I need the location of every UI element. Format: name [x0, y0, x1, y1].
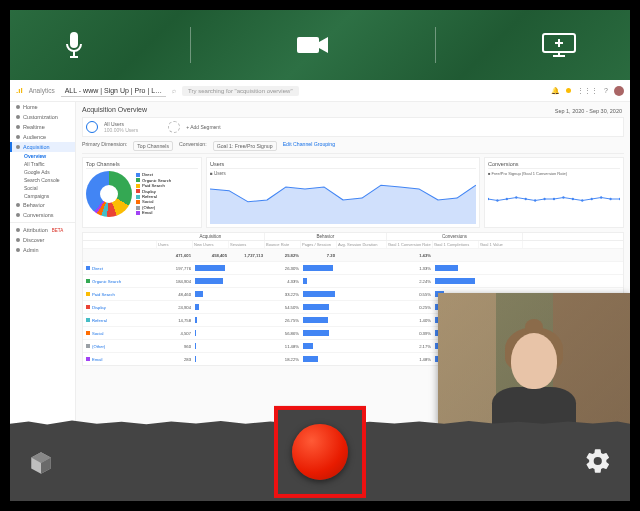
svg-point-21 [600, 196, 602, 198]
sidebar-item-acquisition[interactable]: Acquisition [10, 142, 75, 152]
top-channels-title: Top Channels [86, 161, 198, 169]
arrow-icon [16, 145, 20, 149]
svg-point-11 [506, 198, 508, 200]
conversion-select[interactable]: Goal 1: Free/Pro Signup [213, 141, 277, 151]
users-card: Users ■ Users [206, 157, 480, 228]
sidebar-item-customization[interactable]: Customization [10, 112, 75, 122]
add-segment-icon[interactable] [168, 121, 180, 133]
svg-point-23 [619, 198, 620, 200]
svg-point-12 [515, 196, 517, 198]
svg-point-13 [525, 198, 527, 200]
conv-chart [488, 176, 620, 224]
microphone-icon[interactable] [63, 30, 85, 60]
svg-point-17 [562, 196, 564, 198]
search-icon: ⌕ [172, 87, 176, 94]
apps-icon[interactable]: ⋮⋮⋮ [577, 87, 598, 95]
search-input[interactable]: Try searching for "acquisition overview" [182, 86, 298, 96]
channels-legend: DirectOrganic SearchPaid SearchDisplayRe… [136, 172, 171, 216]
settings-icon[interactable] [584, 447, 612, 479]
users-title: Users [210, 161, 476, 169]
sidebar-sub-search-console[interactable]: Search Console [10, 176, 75, 184]
sidebar-footer-attribution[interactable]: AttributionBETA [10, 225, 75, 235]
svg-rect-0 [70, 32, 78, 48]
sidebar-footer-discover[interactable]: Discover [10, 235, 75, 245]
svg-point-10 [496, 199, 498, 201]
video-camera-icon[interactable] [296, 34, 330, 56]
svg-point-22 [609, 198, 611, 200]
sidebar-sub-google-ads[interactable]: Google Ads [10, 168, 75, 176]
webcam-overlay[interactable] [438, 293, 630, 425]
top-channels-card: Top Channels DirectOrganic SearchPaid Se… [82, 157, 202, 228]
chart-icon [16, 203, 20, 207]
svg-point-20 [591, 198, 593, 200]
svg-point-18 [572, 198, 574, 200]
recorder-bar [10, 425, 630, 501]
divider [190, 27, 191, 63]
sidebar-item-conversions[interactable]: Conversions [10, 210, 75, 220]
svg-rect-3 [297, 37, 319, 53]
flag-icon [16, 213, 20, 217]
sidebar-sub-campaigns[interactable]: Campaigns [10, 192, 75, 200]
property-selector[interactable]: ALL - www | Sign Up | Pro | L… [61, 85, 166, 97]
users-chart [210, 176, 476, 224]
date-range[interactable]: Sep 1, 2020 - Sep 30, 2020 [555, 108, 622, 114]
add-segment[interactable]: + Add Segment [186, 124, 220, 130]
svg-point-15 [543, 198, 545, 200]
page-title: Acquisition Overview [82, 106, 624, 113]
record-button[interactable] [292, 424, 348, 480]
home-icon [16, 105, 20, 109]
sidebar-item-realtime[interactable]: Realtime [10, 122, 75, 132]
total-bounce: 25.82% [265, 253, 301, 258]
sidebar-sub-social[interactable]: Social [10, 184, 75, 192]
total-sessions: 1,727,113 [229, 253, 265, 258]
bell-icon[interactable]: 🔔 [551, 87, 560, 95]
svg-point-16 [553, 198, 555, 200]
col-group-conv: Conversions [387, 233, 523, 240]
ga-brand: Analytics [29, 87, 55, 94]
screen-share-icon[interactable] [541, 32, 577, 58]
mode-toolbar [10, 10, 630, 80]
table-row[interactable]: Organic Search184,9044.33%2.24% [83, 274, 623, 287]
svg-point-9 [488, 198, 489, 200]
app-logo-icon[interactable] [28, 450, 54, 476]
total-newusers: 458,405 [193, 253, 229, 258]
total-users: 471,601 [157, 253, 193, 258]
divider [435, 27, 436, 63]
svg-point-19 [581, 199, 583, 201]
primary-dim-label: Primary Dimension: [82, 141, 127, 151]
segment-all-icon[interactable] [86, 121, 98, 133]
ga-sidebar: HomeCustomizationRealtimeAudienceAcquisi… [10, 102, 76, 425]
help-icon[interactable]: ? [604, 87, 608, 94]
conversions-card: Conversions ■ Free/Pro Signup (Goal 1 Co… [484, 157, 624, 228]
primary-dim[interactable]: Top Channels [133, 141, 173, 151]
sidebar-sub-all-traffic[interactable]: All Traffic [10, 160, 75, 168]
conversion-label: Conversion: [179, 141, 207, 151]
channels-pie [86, 171, 132, 217]
segment-bar: All Users 100.00% Users + Add Segment [82, 117, 624, 137]
edit-grouping-link[interactable]: Edit Channel Grouping [283, 141, 336, 151]
svg-point-14 [534, 199, 536, 201]
table-row[interactable]: Direct197,77626.30%1.33% [83, 261, 623, 274]
sidebar-item-home[interactable]: Home [10, 102, 75, 112]
grid-icon [16, 115, 20, 119]
sidebar-sub-overview[interactable]: Overview [10, 152, 75, 160]
col-group-beh: Behavior [265, 233, 387, 240]
presenter-figure [484, 315, 584, 425]
sidebar-item-audience[interactable]: Audience [10, 132, 75, 142]
total-pages: 7.20 [301, 253, 337, 258]
record-button-frame [274, 406, 366, 498]
person-icon [16, 135, 20, 139]
avatar[interactable] [614, 86, 624, 96]
sidebar-footer-admin[interactable]: Admin [10, 245, 75, 255]
ga-header: .ıl Analytics ALL - www | Sign Up | Pro … [10, 80, 630, 102]
ga-logo-icon: .ıl [16, 86, 23, 95]
col-group-acq: Acquisition [157, 233, 265, 240]
notification-dot [566, 88, 571, 93]
total-goalrate: 1.43% [387, 253, 433, 258]
clock-icon [16, 125, 20, 129]
sidebar-item-behavior[interactable]: Behavior [10, 200, 75, 210]
segment-all-pct: 100.00% Users [104, 127, 138, 133]
conversions-title: Conversions [488, 161, 620, 169]
